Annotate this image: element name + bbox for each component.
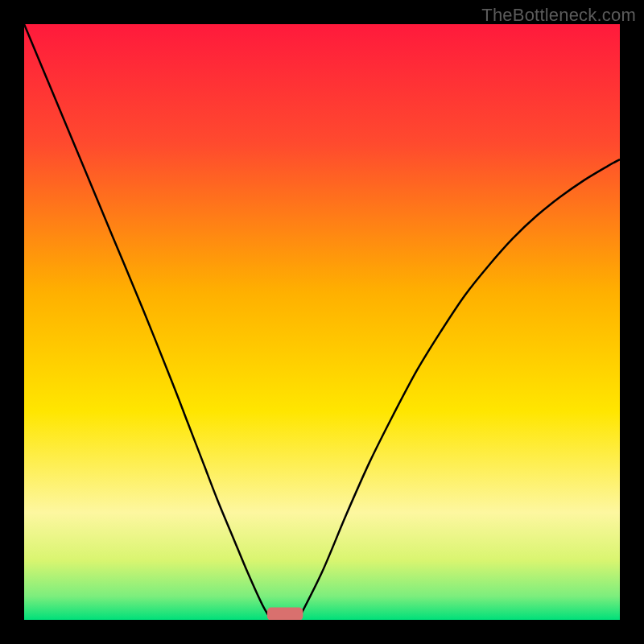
bottleneck-chart — [24, 24, 620, 620]
chart-frame — [24, 24, 620, 620]
chart-background — [24, 24, 620, 620]
watermark-text: TheBottleneck.com — [481, 5, 636, 26]
bottleneck-marker — [267, 607, 303, 620]
